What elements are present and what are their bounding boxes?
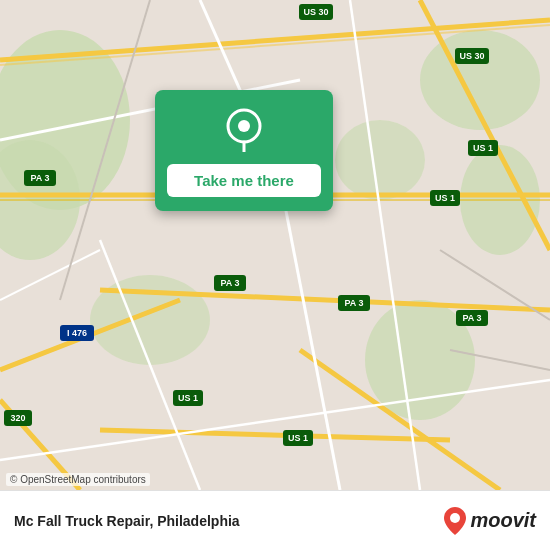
svg-point-7 <box>335 120 425 200</box>
take-me-there-button[interactable]: Take me there <box>167 164 321 197</box>
map-container: US 30 US 30 US 1 US 1 US 1 US 1 PA 3 PA … <box>0 0 550 490</box>
bottom-left-info: Mc Fall Truck Repair, Philadelphia <box>14 513 444 529</box>
svg-point-53 <box>238 120 250 132</box>
svg-text:US 30: US 30 <box>303 7 328 17</box>
svg-text:US 30: US 30 <box>459 51 484 61</box>
svg-text:320: 320 <box>10 413 25 423</box>
map-background: US 30 US 30 US 1 US 1 US 1 US 1 PA 3 PA … <box>0 0 550 490</box>
moovit-logo: moovit <box>444 507 536 535</box>
svg-text:US 1: US 1 <box>435 193 455 203</box>
location-card: Take me there <box>155 90 333 211</box>
location-name: Mc Fall Truck Repair, Philadelphia <box>14 513 444 529</box>
svg-text:PA 3: PA 3 <box>220 278 239 288</box>
location-pin-icon <box>222 108 266 152</box>
svg-text:US 1: US 1 <box>473 143 493 153</box>
moovit-text: moovit <box>470 509 536 532</box>
svg-text:PA 3: PA 3 <box>30 173 49 183</box>
svg-text:PA 3: PA 3 <box>344 298 363 308</box>
map-attribution: © OpenStreetMap contributors <box>6 473 150 486</box>
svg-text:US 1: US 1 <box>288 433 308 443</box>
svg-text:US 1: US 1 <box>178 393 198 403</box>
bottom-bar: Mc Fall Truck Repair, Philadelphia moovi… <box>0 490 550 550</box>
svg-point-55 <box>450 513 460 523</box>
svg-text:I 476: I 476 <box>67 328 87 338</box>
svg-text:PA 3: PA 3 <box>462 313 481 323</box>
moovit-pin-icon <box>444 507 466 535</box>
